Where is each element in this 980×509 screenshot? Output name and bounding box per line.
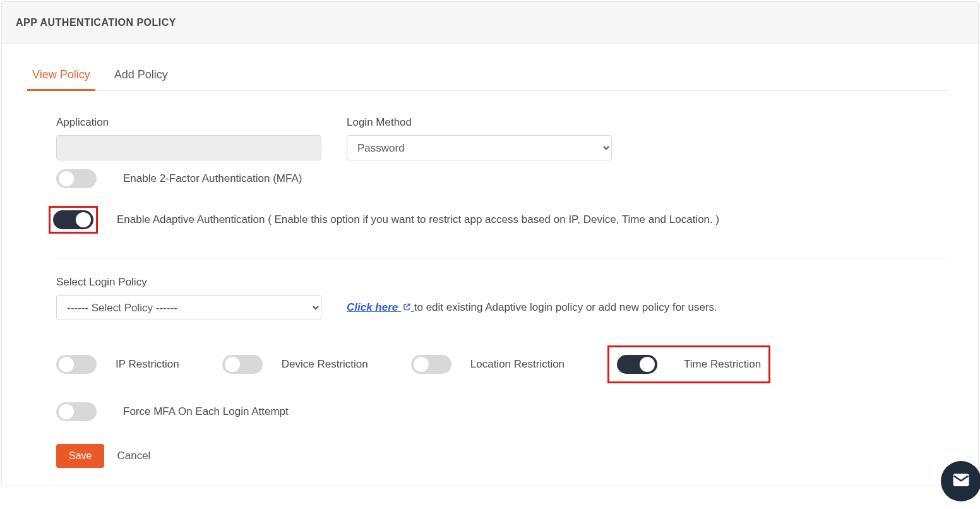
device-restriction-label: Device Restriction <box>282 358 368 371</box>
application-label: Application <box>56 116 321 129</box>
login-policy-help: Click here to edit existing Adaptive log… <box>347 301 717 314</box>
save-button[interactable]: Save <box>56 444 104 468</box>
ip-restriction-label: IP Restriction <box>116 358 179 371</box>
ip-restriction-toggle[interactable] <box>56 355 97 374</box>
force-mfa-label: Force MFA On Each Login Attempt <box>123 405 289 418</box>
external-link-icon <box>402 302 411 314</box>
mfa-toggle[interactable] <box>56 169 97 188</box>
tab-add-policy[interactable]: Add Policy <box>114 68 168 90</box>
application-input[interactable] <box>56 135 321 160</box>
card-header: APP AUTHENTICATION POLICY <box>2 2 978 44</box>
adaptive-highlight <box>49 206 98 234</box>
login-policy-help-text: to edit existing Adaptive login policy o… <box>414 301 717 313</box>
tabs: View Policy Add Policy <box>32 68 948 91</box>
adaptive-toggle-label: Enable Adaptive Authentication ( Enable … <box>117 213 719 226</box>
time-restriction-label: Time Restriction <box>684 358 761 371</box>
login-policy-label: Select Login Policy <box>56 276 147 288</box>
form-content: Application Enable 2-Factor Authenticati… <box>32 116 948 468</box>
login-method-label: Login Method <box>347 116 612 129</box>
time-restriction-toggle[interactable] <box>617 355 657 374</box>
card-body: View Policy Add Policy Application Enabl… <box>2 44 978 486</box>
policy-card: APP AUTHENTICATION POLICY View Policy Ad… <box>1 1 979 486</box>
cancel-button[interactable]: Cancel <box>117 450 150 462</box>
adaptive-toggle[interactable] <box>53 210 93 229</box>
force-mfa-toggle[interactable] <box>56 402 97 421</box>
location-restriction-toggle[interactable] <box>411 355 451 374</box>
section-divider <box>56 258 948 258</box>
time-restriction-highlight: Time Restriction <box>607 345 770 383</box>
mail-icon <box>952 470 971 488</box>
login-policy-select[interactable]: ------ Select Policy ------ <box>56 295 321 320</box>
location-restriction-label: Location Restriction <box>470 358 565 371</box>
mfa-toggle-label: Enable 2-Factor Authentication (MFA) <box>123 172 302 185</box>
login-method-field-group: Login Method Password <box>347 116 612 160</box>
tab-view-policy[interactable]: View Policy <box>32 68 90 90</box>
login-method-select[interactable]: Password <box>347 135 612 160</box>
page-title: APP AUTHENTICATION POLICY <box>16 17 176 28</box>
application-field-group: Application Enable 2-Factor Authenticati… <box>56 116 321 188</box>
click-here-link[interactable]: Click here <box>347 301 414 313</box>
device-restriction-toggle[interactable] <box>222 355 263 374</box>
